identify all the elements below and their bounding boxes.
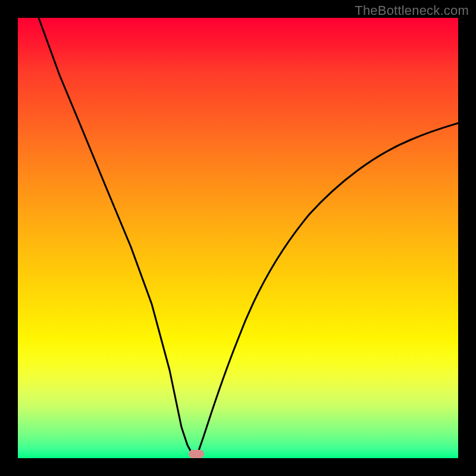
min-point-marker [189,450,204,458]
chart-frame: TheBottleneck.com [0,0,476,476]
watermark-text: TheBottleneck.com [355,3,469,18]
bottleneck-curve [18,18,458,458]
plot-area [18,18,458,458]
